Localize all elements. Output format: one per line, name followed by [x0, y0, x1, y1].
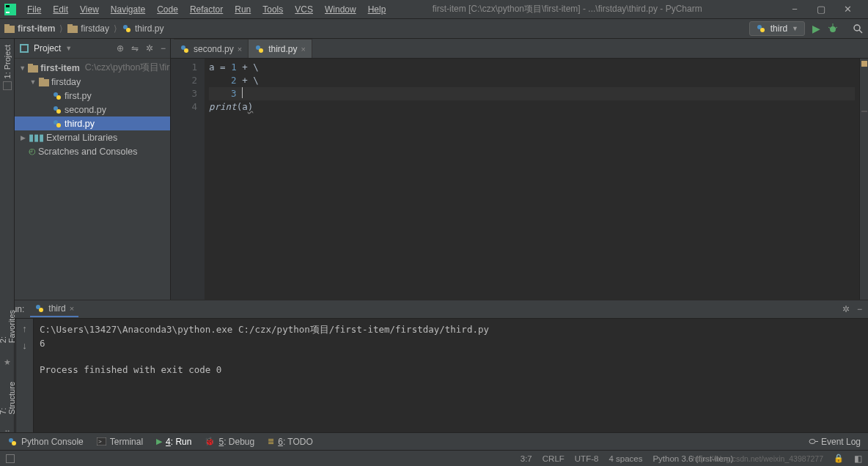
- svg-point-25: [56, 95, 61, 100]
- file-encoding[interactable]: UTF-8: [575, 454, 599, 463]
- folder-icon: [28, 64, 38, 73]
- left-tool-strip-lower: 2: Favorites ★ 7: Structure ⠿: [0, 300, 15, 432]
- expand-arrow-icon[interactable]: [19, 64, 26, 72]
- tab-label: third.py: [268, 44, 297, 54]
- svg-rect-21: [28, 64, 33, 67]
- title-bar: File Edit View Navigate Code Refactor Ru…: [0, 0, 868, 19]
- hide-icon[interactable]: −: [161, 43, 166, 53]
- menu-refactor[interactable]: Refactor: [185, 3, 228, 16]
- settings-icon[interactable]: ✲: [842, 304, 850, 314]
- settings-icon[interactable]: ✲: [146, 43, 153, 53]
- close-tab-icon[interactable]: ×: [238, 45, 242, 53]
- run-config-combo[interactable]: third ▼: [749, 21, 805, 36]
- star-icon: ★: [4, 358, 11, 367]
- tree-root[interactable]: first-item C:\czx\python项目\first: [15, 61, 170, 75]
- bb-label: Terminal: [110, 437, 143, 447]
- hide-icon[interactable]: −: [857, 304, 862, 314]
- library-icon: ▮▮▮: [29, 132, 44, 143]
- python-console-button[interactable]: Python Console: [7, 437, 84, 447]
- marker-icon[interactable]: [861, 111, 867, 112]
- console-output[interactable]: C:\Users\13427\Anaconda3\python.exe C:/c…: [34, 319, 868, 433]
- python-icon: [756, 23, 766, 34]
- breadcrumb-folder[interactable]: firstday: [67, 23, 109, 34]
- breadcrumb-root[interactable]: first-item: [4, 23, 55, 34]
- search-everywhere-button[interactable]: [853, 23, 864, 34]
- menu-navigate[interactable]: Navigate: [106, 3, 150, 16]
- chevron-down-icon[interactable]: ▼: [65, 45, 72, 52]
- svg-point-40: [809, 440, 815, 444]
- bb-label: Event Log: [821, 437, 861, 447]
- tree-file[interactable]: second.py: [15, 103, 170, 116]
- collapse-icon[interactable]: ⇋: [131, 43, 139, 53]
- menu-tools[interactable]: Tools: [257, 3, 288, 16]
- favorites-tool-button[interactable]: 2: Favorites: [0, 310, 16, 343]
- line-number: 3: [171, 87, 197, 100]
- run-config-tab[interactable]: third ×: [30, 301, 78, 317]
- caret-position[interactable]: 3:7: [521, 454, 532, 463]
- project-tree: first-item C:\czx\python项目\first firstda…: [15, 59, 170, 160]
- line-number: 1: [171, 61, 197, 74]
- code-editor[interactable]: a = 1 + \ 2 + \ 3 print(a): [205, 59, 859, 300]
- close-tab-icon[interactable]: ×: [301, 45, 306, 53]
- minimize-button[interactable]: −: [787, 4, 802, 15]
- menu-file[interactable]: File: [22, 3, 46, 16]
- tool-button-icon[interactable]: [3, 81, 12, 90]
- editor-body: 1 2 3 4 a = 1 + \ 2 + \ 3 print(a): [171, 59, 868, 300]
- menu-code[interactable]: Code: [152, 3, 183, 16]
- python-file-icon: [254, 44, 265, 54]
- tool-windows-icon[interactable]: [6, 454, 15, 463]
- menu-run[interactable]: Run: [229, 3, 256, 16]
- checklist-icon: ≣: [268, 437, 274, 446]
- debug-tool-button[interactable]: 🐞 5: Debug: [205, 437, 254, 447]
- run-tool-header: Run: third × ✲ −: [0, 300, 868, 319]
- python-file-icon: [52, 119, 62, 129]
- menu-edit[interactable]: Edit: [48, 3, 73, 16]
- folder-icon: [39, 78, 49, 86]
- breadcrumb-label: firstday: [81, 23, 109, 34]
- menu-vcs[interactable]: VCS: [290, 3, 318, 16]
- folder-icon: [67, 24, 78, 33]
- run-button[interactable]: ▶: [812, 23, 820, 34]
- tree-external-libraries[interactable]: ▮▮▮ External Libraries: [15, 130, 170, 144]
- run-tool-button[interactable]: ▶ 4: Run: [156, 437, 191, 447]
- python-file-icon: [122, 23, 132, 34]
- debug-button[interactable]: [828, 23, 838, 34]
- terminal-icon: >: [97, 437, 106, 445]
- indent-info[interactable]: 4 spaces: [608, 454, 642, 463]
- terminal-button[interactable]: > Terminal: [97, 437, 143, 447]
- editor-tab-active[interactable]: third.py ×: [249, 39, 312, 58]
- status-bar: 3:7 CRLF UTF-8 4 spaces Python 3.6 (firs…: [0, 451, 868, 466]
- navigation-bar: first-item ⟩ firstday ⟩ third.py third ▼…: [0, 19, 868, 39]
- close-icon[interactable]: ×: [70, 304, 74, 313]
- expand-arrow-icon[interactable]: [19, 134, 26, 141]
- run-config-name: third: [770, 23, 787, 34]
- up-button[interactable]: ↑: [22, 323, 27, 334]
- tree-path: C:\czx\python项目\first: [85, 62, 170, 74]
- console-line: 6: [40, 337, 862, 351]
- menu-view[interactable]: View: [75, 3, 104, 16]
- tree-scratches[interactable]: ◴ Scratches and Consoles: [15, 144, 170, 158]
- down-button[interactable]: ↓: [22, 340, 27, 351]
- tree-file-selected[interactable]: third.py: [15, 116, 170, 130]
- tree-label: Scratches and Consoles: [38, 147, 138, 157]
- tree-file[interactable]: first.py: [15, 89, 170, 103]
- structure-tool-button[interactable]: 7: Structure: [0, 382, 16, 415]
- maximize-button[interactable]: ▢: [814, 4, 828, 15]
- tree-folder[interactable]: firstday: [15, 75, 170, 89]
- locate-icon[interactable]: ⊕: [117, 43, 124, 53]
- run-tab-label: third: [48, 303, 65, 314]
- event-log-button[interactable]: Event Log: [809, 437, 861, 447]
- project-tool-button[interactable]: 1: Project: [3, 45, 12, 78]
- memory-indicator-icon[interactable]: ◧: [854, 454, 862, 464]
- svg-point-27: [56, 109, 61, 114]
- todo-tool-button[interactable]: ≣ 6: TODO: [268, 437, 313, 447]
- svg-line-17: [859, 30, 862, 33]
- svg-point-35: [39, 308, 43, 312]
- editor-tab[interactable]: second.py ×: [174, 39, 249, 58]
- breadcrumb-file[interactable]: third.py: [122, 23, 163, 34]
- close-button[interactable]: ✕: [840, 4, 855, 15]
- warning-marker-icon[interactable]: [861, 61, 867, 67]
- expand-arrow-icon[interactable]: [29, 78, 37, 86]
- line-separator[interactable]: CRLF: [542, 454, 564, 463]
- lock-icon[interactable]: 🔒: [834, 454, 844, 463]
